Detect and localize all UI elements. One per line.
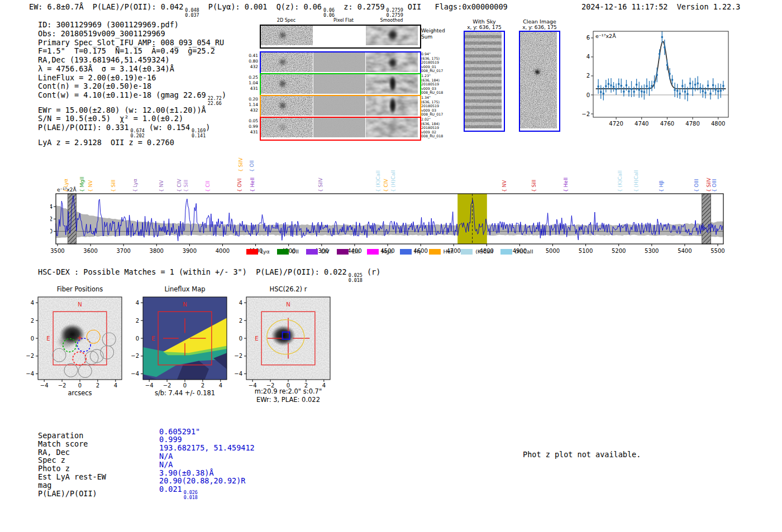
spec2d-cell-spec (261, 52, 313, 72)
svg-text:0: 0 (78, 382, 82, 389)
legend-label: Hγ (414, 248, 422, 255)
lineflux-map-xlabel: s/b: 7.44 +/- 0.181 (137, 389, 232, 397)
clean-image-title: Clean Image (519, 18, 560, 25)
catalog-match-table: Separation0.605291"Match score0.999RA, D… (38, 431, 295, 504)
legend-swatch (277, 249, 289, 255)
scale-value: 431 (245, 86, 258, 92)
info-line: Cont(n) = 3.20(±0.50)e-18 (38, 82, 226, 91)
info-line: Cont(w) = 4.10(±0.11)e-18 (gmag 22.6922.… (38, 91, 226, 106)
legend-swatch (500, 249, 512, 255)
svg-text:N: N (286, 301, 290, 308)
spec2d-cell-spec (261, 118, 313, 137)
legend-item: Lyα (246, 248, 270, 255)
stacked-uncertainty: 22.7222.66 (208, 96, 222, 106)
spec2d-row (260, 73, 421, 97)
spec2d-cell-spec (261, 96, 313, 116)
spec2d-row-info: 2.02"(636, 184)20180519v009_02008_RU_018 (421, 117, 457, 138)
spec2d-image-flat (313, 74, 365, 94)
scale-value: 432 (245, 64, 258, 70)
info-line: 20180519 (421, 82, 457, 87)
scale-value: 432 (245, 108, 258, 113)
legend-label: Lyα (261, 248, 270, 255)
info-line: LyA z = 2.9128 OII z = 0.2760 (38, 138, 226, 147)
spec2d-image-smoothed (366, 96, 418, 116)
stacked-uncertainty: 0.27590.2759 (387, 8, 403, 18)
svg-text:0: 0 (239, 336, 242, 342)
svg-text:−4: −4 (26, 371, 34, 377)
line-marker-siiv: { SiIV (238, 157, 244, 172)
stacked-uncertainty: 0.1690.141 (192, 128, 206, 138)
svg-text:4720: 4720 (609, 121, 623, 127)
svg-text:E: E (46, 336, 50, 342)
svg-text:4740: 4740 (635, 121, 649, 127)
svg-text:E: E (151, 336, 155, 342)
legend-label: CIII (351, 248, 360, 255)
spec2d-image-flat (313, 118, 365, 137)
info-line: 20180519 (421, 126, 457, 130)
spec2d-cell-smoothed (366, 52, 418, 72)
svg-text:0: 0 (50, 228, 53, 234)
hsc-cutout-stats-line1: m:20.9 re:2.0" s:0.7" (238, 387, 338, 395)
scale-value: 0.05 (245, 118, 258, 124)
spec2d-cell-smoothed (366, 74, 418, 94)
match-row-label: Spec z (38, 456, 65, 464)
withsky-xy-label: x, y: 636, 175 (464, 25, 505, 30)
svg-text:6: 6 (586, 35, 590, 41)
svg-text:2: 2 (96, 382, 99, 389)
legend-item: (H)CaII (500, 248, 533, 255)
info-line: v009_03 (421, 108, 457, 113)
spec2d-cell-flat (313, 74, 365, 94)
match-row-label: RA, Dec (38, 448, 70, 457)
info-line: 1.23" (421, 74, 457, 78)
svg-text:e⁻¹⁷x2Å: e⁻¹⁷x2Å (595, 33, 616, 39)
match-row-label: Photo z (38, 464, 70, 473)
clean-image-panel: Clean Image x, y: 636, 175 (519, 18, 560, 132)
clean-image-frame (519, 31, 560, 132)
hsc-cutout-stats-line2: EWr: 3, PLAE: 0.022 (238, 396, 338, 404)
svg-text:0: 0 (183, 382, 187, 389)
info-line: Sum (421, 34, 457, 40)
spec2d-col-header: Smoothed (366, 18, 417, 23)
line-marker-oii: { OII (249, 160, 255, 172)
spec2d-image-flat (313, 26, 365, 45)
svg-text:−4: −4 (234, 371, 242, 377)
info-line: (636, 184) (421, 122, 457, 126)
spec2d-cell-flat (313, 26, 365, 45)
svg-text:2: 2 (50, 216, 53, 222)
spec2d-row-scale-labels: 0.050.99431 (245, 118, 258, 135)
spec2d-row-info: WeightedSum (421, 28, 457, 40)
match-row-value: 20.90(20.88,20.92)R (159, 476, 245, 485)
lineflux-map-title: Lineflux Map (143, 285, 227, 293)
legend-swatch (337, 249, 349, 255)
svg-text:4780: 4780 (685, 121, 699, 127)
match-row-value: 193.682175, 51.459412 (159, 443, 255, 452)
match-row-value: 0.0210.0260.018 (159, 485, 198, 500)
scale-value: 0.20 (245, 97, 258, 102)
lineflux-map-panel: NE−4−4−2−2002244 (126, 293, 232, 391)
info-line: (636, 184) (421, 78, 457, 83)
svg-text:4: 4 (219, 382, 222, 389)
spec2d-col-header: 2D Spec (260, 18, 313, 23)
fiber-positions-title: Fiber Positions (38, 285, 122, 293)
spec2d-cell-flat (313, 52, 365, 72)
legend-label: (H)CaII (515, 248, 533, 255)
clean-image-xy-label: x, y: 636, 175 (519, 25, 560, 30)
spec2d-cell-flat (313, 96, 365, 116)
svg-text:4760: 4760 (660, 121, 674, 127)
spec2d-cell-smoothed (366, 118, 418, 137)
match-row-label: Separation (38, 431, 83, 440)
spec2d-image-spec (261, 96, 313, 116)
spec2d-row-scale-labels: 0.251.04431 (245, 75, 258, 92)
hsc-cutout-title: HSC(26.2) r (246, 285, 330, 293)
legend-item: Hγ (400, 248, 422, 255)
info-line: 20180519 (421, 60, 457, 65)
spec2d-image-spec (261, 52, 313, 72)
emission-line-fit-plot: 47204740476047804800−20246e⁻¹⁷x2Å (582, 28, 732, 127)
legend-label: (K)CaII (475, 248, 493, 255)
svg-text:4: 4 (114, 382, 117, 389)
legend-item: CIII (337, 248, 360, 255)
match-row-label: Est LyA rest-EW (38, 472, 106, 481)
scale-value: 1.04 (245, 80, 258, 86)
legend-label: OII (292, 248, 299, 255)
scale-value: 1.14 (245, 102, 258, 108)
